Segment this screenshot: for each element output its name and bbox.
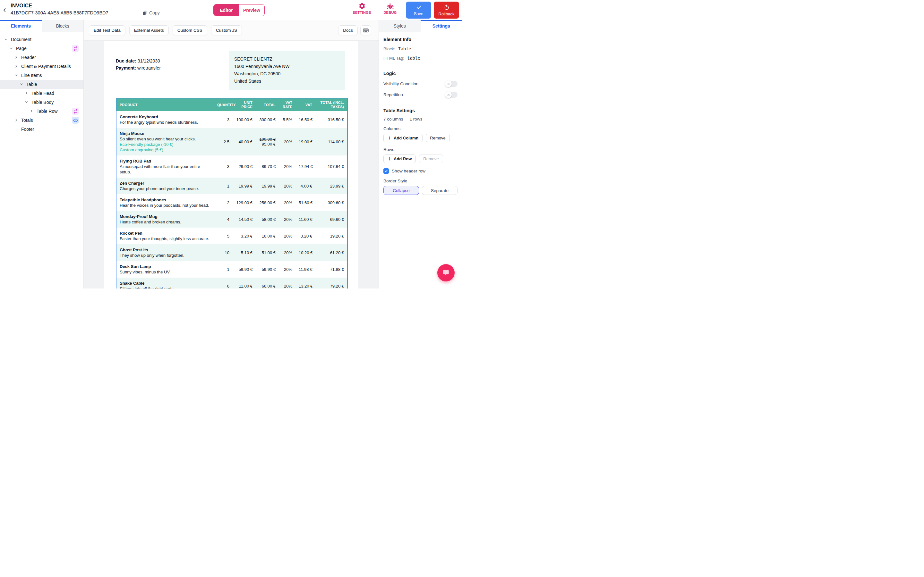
debug-action-button[interactable]: DEBUG (381, 2, 399, 15)
repetition-loop-icon[interactable] (72, 108, 79, 115)
payment-value: wiretransfer (137, 65, 161, 71)
tree-item-label: Page (16, 46, 27, 51)
tree-item-totals[interactable]: Totals (0, 116, 83, 125)
rows-label: Rows (383, 147, 457, 152)
rollback-button[interactable]: Rollback (434, 2, 459, 19)
cell-qty: 1 (214, 261, 233, 277)
product-description: For the angry typist who needs sturdines… (120, 119, 211, 125)
visibility-condition-toggle[interactable] (445, 81, 457, 87)
tree-item-document[interactable]: Document (0, 35, 83, 44)
product-name: Ghost Post-its (120, 247, 211, 253)
tab-styles[interactable]: Styles (379, 20, 421, 32)
visibility-eye-icon[interactable] (72, 117, 79, 124)
chevron-down-icon[interactable] (9, 46, 13, 51)
tab-preview[interactable]: Preview (239, 5, 264, 16)
plus-icon (388, 157, 392, 161)
table-settings-heading: Table Settings (383, 108, 457, 113)
custom-css-button[interactable]: Custom CSS (173, 25, 207, 35)
cell-total: 100.00 €95.00 € (256, 128, 279, 155)
table-row: Telepathic HeadphonesHear the voices in … (116, 194, 347, 211)
show-header-row-checkbox[interactable] (383, 168, 389, 174)
document-page[interactable]: Due date: 31/12/2030 Payment: wiretransf… (104, 41, 359, 288)
copy-button[interactable]: Copy (142, 10, 160, 15)
tree-item-line-items[interactable]: Line Items (0, 71, 83, 80)
client-address-line2: Washington, DC 20500 (234, 70, 339, 77)
cell-total: 59.90 € (256, 261, 279, 277)
remove-column-button[interactable]: Remove (426, 134, 449, 142)
element-info-section: Element Info Block: Table HTML Tag: tabl… (379, 32, 462, 66)
table-row: Zen ChargerCharges your phone and your i… (116, 177, 347, 194)
cell-vat: 19.00 € (296, 128, 315, 155)
external-assets-button[interactable]: External Assets (129, 25, 169, 35)
chat-bubble-icon (441, 268, 451, 277)
tab-blocks[interactable]: Blocks (42, 20, 83, 32)
product-description: Charges your phone and your inner peace. (120, 186, 211, 191)
edit-test-data-button[interactable]: Edit Test Data (89, 25, 126, 35)
repetition-toggle[interactable] (445, 92, 457, 98)
chevron-down-icon[interactable] (19, 82, 24, 87)
settings-action-button[interactable]: SETTINGS (352, 2, 371, 15)
column-header-total-incl-taxes: TOTAL (INCL. TAXES) (315, 98, 347, 111)
invoice-table-selected[interactable]: PRODUCTQUANTITYUNIT PRICETOTALVAT RATEVA… (116, 98, 348, 288)
save-button[interactable]: Save (406, 2, 431, 19)
chat-widget-button[interactable] (437, 264, 455, 282)
product-name: Monday-Proof Mug (120, 214, 211, 219)
tree-item-table-head[interactable]: Table Head (0, 89, 83, 98)
column-header-unit-price: UNIT PRICE (233, 98, 256, 111)
debug-action-label: DEBUG (383, 11, 397, 15)
add-row-button[interactable]: Add Row (383, 155, 416, 163)
add-column-label: Add Column (394, 135, 418, 140)
back-button[interactable] (0, 0, 9, 20)
table-row: Desk Sun LampSunny vibes, minus the UV.1… (116, 261, 347, 277)
payment-details-block[interactable]: Due date: 31/12/2030 Payment: wiretransf… (116, 57, 161, 71)
cell-unit-price: 29.90 € (233, 155, 256, 177)
tab-settings[interactable]: Settings (421, 20, 462, 32)
client-address-block[interactable]: SECRET CLIENTZ 1600 Pennsylvania Ave NW … (229, 51, 345, 90)
tree-item-footer[interactable]: Footer (0, 125, 83, 134)
cell-unit-price: 11.00 € (233, 277, 256, 288)
chevron-right-icon[interactable] (24, 91, 29, 95)
add-column-button[interactable]: Add Column (383, 134, 423, 142)
chevron-right-icon[interactable] (29, 109, 34, 113)
cell-total-incl-taxes: 309.60 € (315, 194, 347, 211)
product-description: Hear the voices in your podcasts, not yo… (120, 203, 211, 208)
client-address-line1: 1600 Pennsylvania Ave NW (234, 63, 339, 70)
repetition-loop-icon[interactable] (72, 45, 79, 52)
cell-total: 66.00 € (256, 277, 279, 288)
product-name: Rocket Pen (120, 230, 211, 236)
tree-item-page[interactable]: Page (0, 44, 83, 53)
toggle-knob-x-icon (445, 91, 452, 98)
remove-row-button[interactable]: Remove (419, 155, 443, 163)
chevron-down-icon[interactable] (4, 37, 8, 42)
border-collapse-button[interactable]: Collapse (383, 186, 419, 195)
keyboard-shortcuts-button[interactable] (360, 25, 371, 35)
chevron-right-icon[interactable] (14, 64, 19, 69)
column-header-vat-rate: VAT RATE (279, 98, 296, 111)
chevron-down-icon[interactable] (14, 73, 19, 77)
cell-total-incl-taxes: 61.20 € (315, 244, 347, 261)
tree-item-table-row[interactable]: Table Row (0, 107, 83, 116)
product-description: They show up only when forgotten. (120, 253, 211, 258)
chevron-down-icon[interactable] (24, 100, 29, 105)
docs-button[interactable]: Docs (338, 25, 358, 35)
border-separate-button[interactable]: Separate (422, 186, 457, 195)
tree-item-client-payment-details[interactable]: Client & Payment Details (0, 62, 83, 71)
column-count: 7 columns (383, 117, 403, 121)
cell-vat-rate: 20% (279, 261, 296, 277)
product-description: Slithers into all the right ports. (120, 286, 211, 288)
tree-item-table-body[interactable]: Table Body (0, 98, 83, 107)
left-sidebar: Elements Blocks DocumentPageHeaderClient… (0, 20, 84, 288)
row-count: 1 rows (410, 117, 423, 121)
custom-js-button[interactable]: Custom JS (211, 25, 242, 35)
tree-item-table[interactable]: Table (0, 80, 83, 89)
html-tag-value: table (407, 55, 420, 61)
cell-total-incl-taxes: 19.20 € (315, 227, 347, 244)
tree-item-header[interactable]: Header (0, 53, 83, 62)
tab-editor[interactable]: Editor (214, 5, 239, 16)
cell-qty: 4 (214, 211, 233, 227)
cell-product: Telepathic HeadphonesHear the voices in … (116, 194, 214, 211)
chevron-right-icon[interactable] (14, 118, 19, 122)
tree-item-label: Header (21, 55, 36, 60)
chevron-right-icon[interactable] (14, 55, 19, 60)
tab-elements[interactable]: Elements (0, 20, 42, 32)
